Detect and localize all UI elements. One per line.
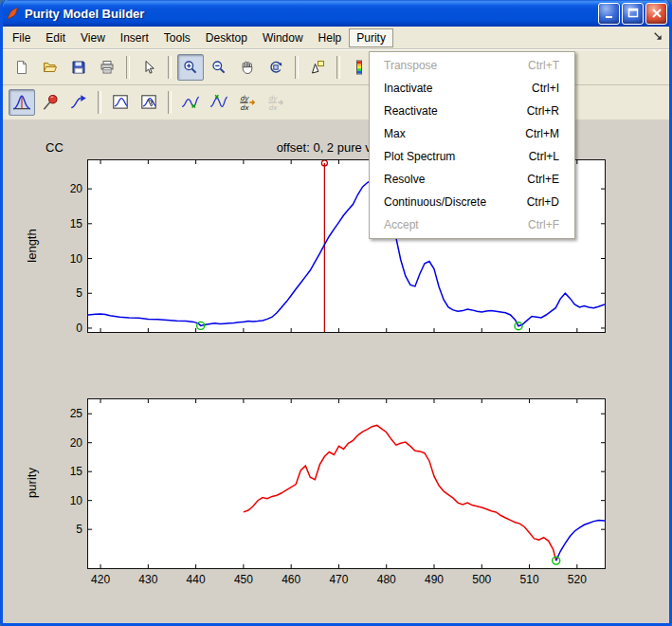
menu-item-shortcut: Ctrl+E	[527, 173, 559, 186]
y-tick-label: 20	[52, 436, 82, 450]
derivative-icon: dy dx	[238, 93, 257, 112]
menu-item-label: Inactivate	[384, 82, 432, 95]
svg-text:dy: dy	[268, 94, 279, 102]
zoom-out-button[interactable]	[206, 54, 232, 81]
menu-item-resolve[interactable]: Resolve Ctrl+E	[370, 168, 574, 191]
peak-plot-button[interactable]	[9, 89, 35, 116]
menu-item-reactivate[interactable]: Reactivate Ctrl+R	[370, 100, 574, 122]
menubar-item-tools[interactable]: Tools	[156, 28, 198, 47]
toolbar-separator	[126, 56, 130, 79]
zoom-out-icon	[211, 60, 227, 75]
svg-text:dx: dx	[268, 103, 278, 112]
menu-item-inactivate[interactable]: Inactivate Ctrl+I	[370, 77, 574, 100]
x-tick-label: 440	[187, 573, 206, 586]
axes-cursor-icon	[139, 93, 158, 112]
open-folder-icon	[43, 60, 58, 75]
corner-label: CC	[45, 140, 64, 155]
menubar-item-insert[interactable]: Insert	[113, 28, 156, 47]
derivative-disabled-icon: dy dx	[266, 93, 285, 112]
open-folder-button[interactable]	[37, 54, 64, 81]
menubar-item-desktop[interactable]: Desktop	[198, 28, 255, 47]
maximize-button[interactable]	[622, 3, 644, 25]
menubar-item-purity[interactable]: Purity	[349, 28, 393, 47]
new-document-button[interactable]	[9, 54, 35, 81]
rotate-3d-button[interactable]	[263, 54, 289, 81]
colorbar-icon	[352, 60, 367, 75]
x-tick-label: 510	[520, 573, 539, 586]
x-tick-label: 460	[282, 573, 300, 586]
app-icon	[5, 6, 21, 22]
x-tick-label: 500	[472, 573, 491, 586]
menu-item-continuous-discrete[interactable]: Continuous/Discrete Ctrl+D	[370, 191, 574, 213]
menu-item-shortcut: Ctrl+T	[528, 59, 559, 72]
menubar-item-window[interactable]: Window	[255, 28, 311, 47]
y-tick-label: 10	[52, 252, 82, 266]
svg-text:dy: dy	[240, 94, 250, 102]
toolbar-separator	[168, 56, 172, 79]
derivative-button[interactable]: dy dx	[234, 89, 261, 116]
x-tick-label: 430	[138, 573, 157, 586]
y-tick-label: 10	[52, 494, 82, 507]
y-tick-label: 15	[52, 217, 82, 230]
close-button[interactable]	[645, 3, 667, 25]
save-button[interactable]	[65, 54, 92, 81]
axes-limits-icon	[111, 93, 130, 112]
zoom-in-button[interactable]	[177, 54, 204, 81]
menubar-item-help[interactable]: Help	[311, 28, 350, 47]
ylabel-purity: purity	[25, 468, 39, 498]
titlebar[interactable]: Purity Model Builder	[0, 0, 672, 27]
close-icon	[649, 6, 664, 21]
save-icon	[71, 60, 86, 75]
y-tick-label: 5	[52, 286, 82, 300]
menubar-item-view[interactable]: View	[73, 28, 113, 47]
ylabel-length: length	[25, 229, 39, 262]
wave-max-button[interactable]	[206, 89, 232, 116]
derivative-disabled-button: dy dx	[263, 89, 289, 116]
window-title: Purity Model Builder	[25, 7, 596, 21]
y-tick-label: 0	[52, 322, 82, 335]
axes-limits-button[interactable]	[107, 89, 134, 116]
toolbar-separator	[98, 91, 101, 114]
wave-min-icon	[181, 93, 200, 112]
menu-item-max[interactable]: Max Ctrl+M	[370, 122, 574, 145]
dock-arrow-icon[interactable]	[652, 30, 664, 43]
svg-text:dx: dx	[240, 103, 249, 112]
y-tick-label: 25	[52, 407, 82, 420]
menu-item-shortcut: Ctrl+L	[529, 150, 559, 163]
menu-item-label: Max	[384, 127, 406, 140]
menu-item-label: Continuous/Discrete	[384, 195, 486, 209]
purity-menu: Transpose Ctrl+T Inactivate Ctrl+I React…	[369, 51, 575, 239]
menu-item-transpose: Transpose Ctrl+T	[370, 54, 574, 77]
edit-plot-button[interactable]	[136, 54, 162, 81]
zoom-in-icon	[183, 60, 198, 75]
curve-export-button[interactable]	[65, 89, 92, 116]
pushpin-button[interactable]	[37, 89, 64, 116]
print-button[interactable]	[94, 54, 120, 81]
pan-hand-icon	[240, 60, 255, 75]
data-cursor-icon	[310, 60, 325, 75]
menu-item-label: Reactivate	[384, 104, 438, 118]
x-tick-label: 520	[568, 573, 587, 586]
menu-item-label: Resolve	[384, 173, 425, 186]
menu-item-label: Accept	[384, 218, 419, 231]
menu-item-shortcut: Ctrl+M	[525, 127, 559, 140]
axes-cursor-button[interactable]	[136, 89, 162, 116]
peak-plot-icon	[12, 93, 31, 112]
menubar-item-file[interactable]: File	[5, 28, 38, 47]
data-cursor-button[interactable]	[304, 54, 331, 81]
menu-item-shortcut: Ctrl+I	[532, 82, 559, 95]
wave-min-button[interactable]	[177, 89, 204, 116]
y-tick-label: 20	[52, 182, 82, 195]
menu-item-plot-spectrum[interactable]: Plot Spectrum Ctrl+L	[370, 145, 574, 168]
x-tick-label: 450	[234, 573, 253, 586]
minimize-button[interactable]	[598, 3, 620, 25]
menubar-item-edit[interactable]: Edit	[38, 28, 73, 47]
menu-item-label: Plot Spectrum	[384, 150, 455, 163]
menu-item-shortcut: Ctrl+R	[527, 104, 559, 118]
menu-item-accept: Accept Ctrl+F	[370, 213, 574, 236]
pan-button[interactable]	[234, 54, 261, 81]
toolbar-separator	[168, 91, 172, 114]
menu-item-shortcut: Ctrl+D	[527, 195, 559, 209]
x-tick-label: 420	[91, 573, 110, 586]
purity-plot[interactable]: 4204304404504604704804905005105205101520…	[87, 398, 606, 569]
